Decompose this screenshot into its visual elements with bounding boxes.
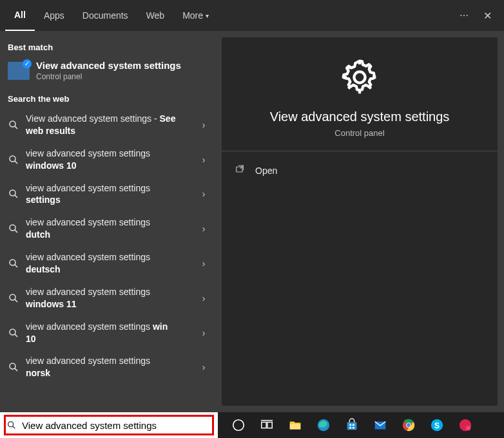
svg-rect-12 xyxy=(262,422,266,428)
preview-subtitle: Control panel xyxy=(334,128,384,138)
web-result-item[interactable]: view advanced system settings settings› xyxy=(0,177,218,212)
cortana-icon[interactable] xyxy=(231,417,246,433)
search-box[interactable] xyxy=(0,412,218,438)
task-view-icon[interactable] xyxy=(259,417,275,433)
search-icon xyxy=(8,292,19,304)
svg-point-8 xyxy=(354,71,365,82)
action-open[interactable]: Open xyxy=(227,159,492,182)
file-explorer-icon[interactable] xyxy=(287,417,303,433)
web-result-item[interactable]: view advanced system settings win 10› xyxy=(0,316,218,350)
svg-rect-17 xyxy=(349,424,351,426)
preview-title: View advanced system settings xyxy=(270,110,450,124)
svg-point-28 xyxy=(466,426,470,430)
svg-point-6 xyxy=(10,329,15,335)
svg-rect-13 xyxy=(267,422,272,428)
chevron-right-icon[interactable]: › xyxy=(195,224,213,234)
web-result-text: view advanced system settings windows 10 xyxy=(26,148,195,172)
microsoft-store-icon[interactable] xyxy=(344,417,360,433)
svg-rect-14 xyxy=(290,424,301,429)
preview-pane: View advanced system settings Control pa… xyxy=(222,37,498,406)
edge-icon[interactable] xyxy=(316,417,331,433)
svg-rect-20 xyxy=(353,427,354,429)
tab-more[interactable]: More ▾ xyxy=(173,0,218,31)
web-result-text: view advanced system settings norsk xyxy=(26,355,195,379)
svg-text:S: S xyxy=(434,421,440,430)
web-result-item[interactable]: view advanced system settings dutch› xyxy=(0,211,218,246)
chevron-down-icon: ▾ xyxy=(206,12,209,19)
taskbar: S xyxy=(218,417,504,433)
svg-point-4 xyxy=(10,260,15,265)
search-icon xyxy=(8,223,19,234)
chevron-right-icon[interactable]: › xyxy=(195,258,213,269)
web-result-text: View advanced system settings - See web … xyxy=(26,113,195,137)
tab-documents[interactable]: Documents xyxy=(73,0,137,31)
web-result-item[interactable]: view advanced system settings deutsch› xyxy=(0,246,218,281)
best-match-item[interactable]: View advanced system settings Control pa… xyxy=(0,56,218,88)
web-result-text: view advanced system settings win 10 xyxy=(26,321,195,345)
control-panel-icon xyxy=(8,62,30,80)
mail-icon[interactable] xyxy=(373,417,388,433)
tab-apps[interactable]: Apps xyxy=(35,0,73,31)
tab-all[interactable]: All xyxy=(5,0,35,31)
windows-search-panel: All Apps Documents Web More ▾ ⋯ ✕ Best m… xyxy=(0,0,504,412)
svg-point-5 xyxy=(10,294,15,300)
results-list: Best match View advanced system settings… xyxy=(0,31,218,412)
svg-rect-18 xyxy=(353,424,354,426)
svg-point-2 xyxy=(10,190,15,196)
chevron-right-icon[interactable]: › xyxy=(195,362,213,372)
search-icon xyxy=(8,327,19,339)
svg-point-24 xyxy=(407,423,411,427)
search-icon xyxy=(0,420,19,430)
chevron-right-icon[interactable]: › xyxy=(195,189,213,199)
close-icon[interactable]: ✕ xyxy=(476,10,499,22)
chevron-right-icon[interactable]: › xyxy=(195,120,213,130)
web-result-item[interactable]: View advanced system settings - See web … xyxy=(0,108,218,142)
web-result-item[interactable]: view advanced system settings windows 11… xyxy=(0,281,218,316)
svg-point-7 xyxy=(10,363,15,369)
search-icon xyxy=(8,119,19,131)
web-result-text: view advanced system settings windows 11 xyxy=(26,286,195,310)
tab-web[interactable]: Web xyxy=(137,0,174,31)
chevron-right-icon[interactable]: › xyxy=(195,293,213,303)
section-search-web: Search the web xyxy=(0,88,218,108)
web-result-text: view advanced system settings dutch xyxy=(26,216,195,241)
search-input[interactable] xyxy=(19,420,218,431)
web-result-item[interactable]: view advanced system settings windows 10… xyxy=(0,142,218,177)
search-icon xyxy=(8,361,19,373)
search-icon xyxy=(8,154,19,166)
taskbar-row: S xyxy=(0,412,504,438)
tab-more-label: More xyxy=(182,10,203,21)
app-icon[interactable] xyxy=(458,417,473,433)
svg-rect-19 xyxy=(349,427,351,429)
svg-rect-16 xyxy=(347,422,357,430)
svg-point-11 xyxy=(233,420,244,431)
search-icon xyxy=(8,188,19,200)
web-result-text: view advanced system settings deutsch xyxy=(26,251,195,276)
svg-point-1 xyxy=(10,156,15,162)
chevron-right-icon[interactable]: › xyxy=(195,155,213,165)
section-best-match: Best match xyxy=(0,36,218,56)
web-result-item[interactable]: view advanced system settings norsk› xyxy=(0,350,218,385)
chrome-icon[interactable] xyxy=(401,417,416,433)
best-match-subtitle: Control panel xyxy=(36,72,181,81)
search-icon xyxy=(8,258,19,269)
filter-tab-bar: All Apps Documents Web More ▾ ⋯ ✕ xyxy=(0,0,504,31)
skype-icon[interactable]: S xyxy=(429,417,445,433)
chevron-right-icon[interactable]: › xyxy=(195,328,213,338)
action-open-label: Open xyxy=(255,166,277,176)
svg-point-3 xyxy=(10,225,15,231)
more-options-icon[interactable]: ⋯ xyxy=(452,10,476,21)
gear-icon xyxy=(339,57,380,100)
best-match-title: View advanced system settings xyxy=(36,60,181,71)
web-result-text: view advanced system settings settings xyxy=(26,182,195,207)
svg-point-0 xyxy=(10,121,15,127)
svg-point-10 xyxy=(8,422,14,427)
open-icon xyxy=(235,164,246,176)
